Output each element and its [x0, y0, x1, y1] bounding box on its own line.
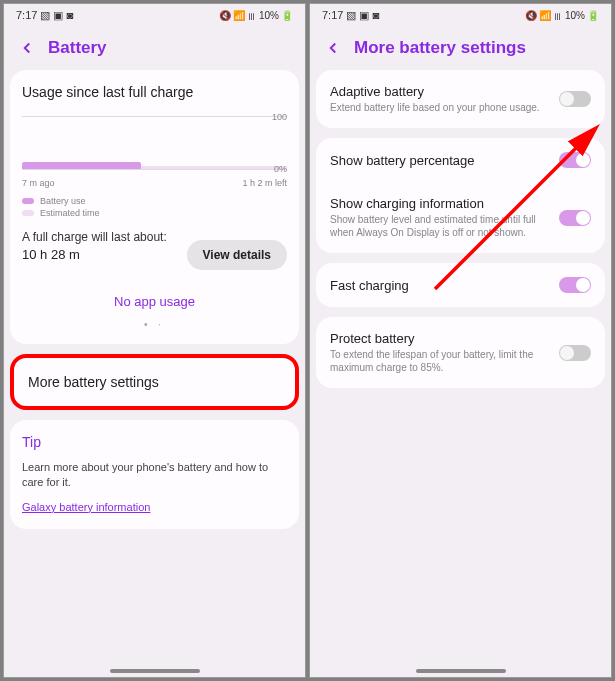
app-header: More battery settings [310, 26, 611, 70]
signal-icon: ⫼ [553, 10, 563, 21]
screen-battery: 7:17 ▧ ▣ ◙ 🔇 📶 ⫼ 10% 🔋 Battery Usage sin… [3, 3, 306, 678]
battery-chart: 100 0% 7 m ago 1 h 2 m left [22, 116, 287, 188]
setting-title: Adaptive battery [330, 84, 549, 99]
back-icon[interactable] [18, 39, 36, 57]
battery-pct: 10% [565, 10, 585, 21]
nav-handle[interactable] [110, 669, 200, 673]
screen-more-battery-settings: 7:17 ▧ ▣ ◙ 🔇 📶 ⫼ 10% 🔋 More battery sett… [309, 3, 612, 678]
chart-xstart: 7 m ago [22, 178, 55, 188]
back-icon[interactable] [324, 39, 342, 57]
status-bar: 7:17 ▧ ▣ ◙ 🔇 📶 ⫼ 10% 🔋 [4, 4, 305, 26]
youtube-icon: ▣ [359, 9, 369, 22]
tip-card: Tip Learn more about your phone's batter… [10, 420, 299, 529]
app-icon: ◙ [372, 9, 379, 21]
battery-icon: 🔋 [281, 10, 293, 21]
battery-icon: 🔋 [587, 10, 599, 21]
setting-title: Fast charging [330, 278, 549, 293]
signal-icon: ⫼ [247, 10, 257, 21]
setting-sub: Show battery level and estimated time un… [330, 213, 549, 239]
status-time: 7:17 [16, 9, 37, 21]
fast-charging-toggle[interactable] [559, 277, 591, 293]
mute-icon: 🔇 [219, 10, 231, 21]
more-battery-settings-label: More battery settings [28, 374, 159, 390]
nav-handle[interactable] [416, 669, 506, 673]
tip-title: Tip [22, 434, 287, 450]
legend-swatch-battery [22, 198, 34, 204]
gallery-icon: ▧ [346, 9, 356, 22]
setting-title: Show charging information [330, 196, 549, 211]
page-title: Battery [48, 38, 107, 58]
show-charging-toggle[interactable] [559, 210, 591, 226]
legend-swatch-estimated [22, 210, 34, 216]
app-header: Battery [4, 26, 305, 70]
no-app-usage: No app usage [22, 294, 287, 309]
adaptive-battery-toggle[interactable] [559, 91, 591, 107]
page-dots: • · [22, 319, 287, 330]
chart-ymin: 0% [274, 164, 287, 174]
show-percentage-toggle[interactable] [559, 152, 591, 168]
gallery-icon: ▧ [40, 9, 50, 22]
protect-battery-toggle[interactable] [559, 345, 591, 361]
more-battery-settings-row[interactable]: More battery settings [10, 354, 299, 410]
setting-title: Show battery percentage [330, 153, 549, 168]
usage-title: Usage since last full charge [22, 84, 287, 100]
galaxy-battery-link[interactable]: Galaxy battery information [22, 501, 150, 513]
wifi-icon: 📶 [233, 10, 245, 21]
setting-sub: To extend the lifespan of your battery, … [330, 348, 549, 374]
battery-pct: 10% [259, 10, 279, 21]
fast-charging-row[interactable]: Fast charging [316, 263, 605, 307]
setting-title: Protect battery [330, 331, 549, 346]
chart-xend: 1 h 2 m left [242, 178, 287, 188]
page-title: More battery settings [354, 38, 526, 58]
youtube-icon: ▣ [53, 9, 63, 22]
usage-card: Usage since last full charge 100 0% 7 m … [10, 70, 299, 344]
legend-battery: Battery use [40, 196, 86, 206]
tip-text: Learn more about your phone's battery an… [22, 460, 287, 491]
status-time: 7:17 [322, 9, 343, 21]
chart-ymax: 100 [272, 112, 287, 122]
show-charging-row[interactable]: Show charging information Show battery l… [316, 182, 605, 253]
show-percentage-row[interactable]: Show battery percentage [316, 138, 605, 182]
view-details-button[interactable]: View details [187, 240, 287, 270]
full-charge-value: 10 h 28 m [22, 247, 80, 262]
mute-icon: 🔇 [525, 10, 537, 21]
setting-sub: Extend battery life based on your phone … [330, 101, 549, 114]
status-bar: 7:17 ▧ ▣ ◙ 🔇 📶 ⫼ 10% 🔋 [310, 4, 611, 26]
wifi-icon: 📶 [539, 10, 551, 21]
adaptive-battery-row[interactable]: Adaptive battery Extend battery life bas… [316, 70, 605, 128]
protect-battery-row[interactable]: Protect battery To extend the lifespan o… [316, 317, 605, 388]
legend-estimated: Estimated time [40, 208, 100, 218]
app-icon: ◙ [66, 9, 73, 21]
